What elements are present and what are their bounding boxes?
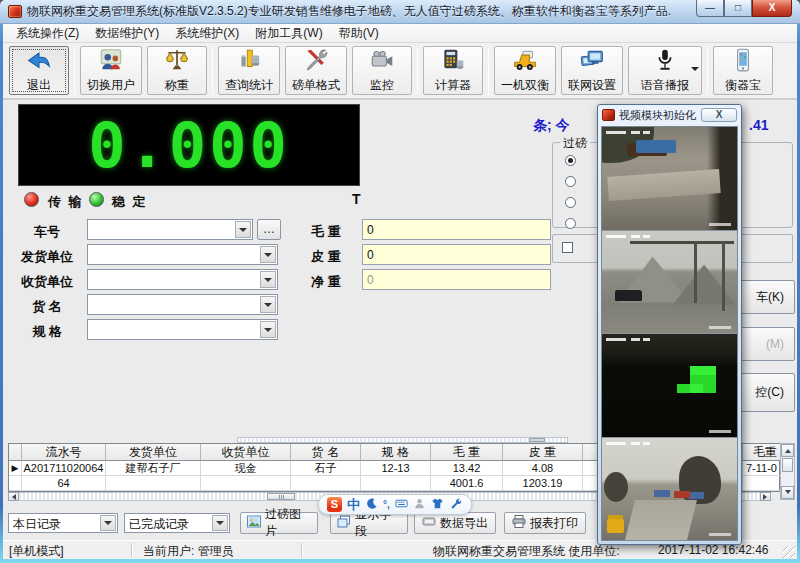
ime-language-toggle[interactable]: 中 bbox=[347, 497, 360, 512]
cell-tare-total[interactable]: 1203.19 bbox=[503, 476, 583, 491]
shipper-combobox[interactable] bbox=[87, 244, 278, 265]
ime-skin-icon[interactable] bbox=[431, 496, 444, 514]
col-gross-time-fragment[interactable]: 毛重 bbox=[743, 444, 781, 461]
query-statistics-button[interactable]: 查询统计 bbox=[218, 46, 280, 95]
scroll-down-icon[interactable] bbox=[781, 486, 794, 499]
col-serial[interactable]: 流水号 bbox=[22, 444, 106, 461]
horizontal-scroll-thumb[interactable] bbox=[267, 493, 295, 500]
cell-receiver[interactable]: 现金 bbox=[201, 461, 291, 476]
cell-empty bbox=[291, 476, 361, 491]
record-status-select[interactable]: 已完成记录 bbox=[124, 513, 230, 533]
weigh-mode-radio-3[interactable] bbox=[565, 197, 576, 208]
video-window-close-button[interactable]: X bbox=[701, 108, 737, 122]
cell-spec[interactable]: 12-13 bbox=[361, 461, 431, 476]
dropdown-arrow-icon[interactable] bbox=[260, 296, 276, 313]
cell-goods[interactable]: 石子 bbox=[291, 461, 361, 476]
col-spec[interactable]: 规 格 bbox=[361, 444, 431, 461]
network-settings-button[interactable]: 联网设置 bbox=[561, 46, 623, 95]
ime-keyboard-icon[interactable] bbox=[395, 496, 408, 514]
dropdown-arrow-icon[interactable] bbox=[212, 515, 228, 531]
dropdown-arrow-icon[interactable] bbox=[100, 515, 116, 531]
resize-grip[interactable] bbox=[783, 546, 795, 558]
video-feed-list bbox=[601, 126, 738, 541]
network-icon bbox=[579, 47, 605, 76]
ime-logo-icon[interactable]: S bbox=[327, 497, 342, 512]
receiver-combobox[interactable] bbox=[87, 269, 278, 290]
scale-treasure-button[interactable]: 衡器宝 bbox=[713, 46, 773, 95]
scale-icon bbox=[164, 47, 190, 76]
title-bar[interactable]: 物联网称重交易管理系统(标准版V2.3.5.2)专业研发销售维修电子地磅、无人值… bbox=[0, 0, 800, 24]
ime-moon-icon[interactable] bbox=[365, 496, 378, 514]
ime-wrench-icon[interactable] bbox=[449, 496, 462, 514]
goods-name-combobox[interactable] bbox=[87, 294, 278, 315]
cell-gross-total[interactable]: 4001.6 bbox=[431, 476, 503, 491]
dropdown-arrow-icon[interactable] bbox=[235, 221, 251, 238]
dropdown-arrow-icon[interactable] bbox=[260, 271, 276, 288]
scroll-left-icon[interactable] bbox=[8, 492, 19, 501]
option-checkbox[interactable] bbox=[562, 242, 573, 253]
weigh-mode-radio-1[interactable] bbox=[565, 155, 576, 166]
data-export-button[interactable]: 数据导出 bbox=[414, 512, 496, 534]
ticket-format-icon bbox=[303, 47, 329, 76]
col-goods[interactable]: 货 名 bbox=[291, 444, 361, 461]
weigh-mode-radio-4[interactable] bbox=[565, 218, 576, 229]
video-window-icon bbox=[602, 109, 615, 121]
video-window[interactable]: 视频模块初始化... X bbox=[597, 104, 742, 545]
cell-shipper[interactable]: 建帮石子厂 bbox=[106, 461, 201, 476]
vertical-scroll-thumb[interactable] bbox=[782, 458, 793, 472]
video-feed-2[interactable] bbox=[602, 231, 737, 334]
cell-count[interactable]: 64 bbox=[22, 476, 106, 491]
voice-dropdown-caret-icon[interactable] bbox=[691, 67, 699, 75]
show-fields-button[interactable]: 显示字段 bbox=[330, 512, 408, 534]
dropdown-arrow-icon[interactable] bbox=[260, 321, 276, 338]
voice-broadcast-button[interactable]: 语音播报 bbox=[628, 46, 702, 95]
col-shipper[interactable]: 发货单位 bbox=[106, 444, 201, 461]
menu-system-operation[interactable]: 系统操作(Z) bbox=[9, 24, 86, 43]
cell-serial[interactable]: A201711020064 bbox=[22, 461, 106, 476]
menu-system-maintenance[interactable]: 系统维护(X) bbox=[168, 24, 246, 43]
col-tare[interactable]: 皮 重 bbox=[503, 444, 583, 461]
cell-gross-time-fragment[interactable]: 7-11-0 bbox=[743, 461, 781, 476]
report-print-button[interactable]: 报表打印 bbox=[504, 512, 586, 534]
calculator-button[interactable]: 计算器 bbox=[423, 46, 483, 95]
maximize-button[interactable]: □ bbox=[724, 0, 752, 17]
spec-combobox[interactable] bbox=[87, 319, 278, 340]
menu-data-maintenance[interactable]: 数据维护(Y) bbox=[88, 24, 166, 43]
table-vertical-scrollbar[interactable] bbox=[780, 443, 795, 500]
menu-help[interactable]: 帮助(V) bbox=[332, 24, 386, 43]
phone-icon bbox=[730, 47, 756, 76]
video-feed-3[interactable] bbox=[602, 334, 737, 437]
col-gross[interactable]: 毛 重 bbox=[431, 444, 503, 461]
gross-weight-field[interactable]: 0 bbox=[362, 219, 551, 240]
switch-user-button[interactable]: 切换用户 bbox=[80, 46, 142, 95]
scroll-right-icon[interactable] bbox=[760, 492, 771, 501]
weigh-button[interactable]: 称重 bbox=[147, 46, 207, 95]
tare-weight-label: 皮 重 bbox=[298, 248, 354, 266]
col-receiver[interactable]: 收货单位 bbox=[201, 444, 291, 461]
ime-user-icon[interactable] bbox=[413, 496, 426, 514]
weigh-photos-button[interactable]: 过磅图片 bbox=[240, 512, 318, 534]
scroll-up-icon[interactable] bbox=[781, 444, 794, 457]
weigh-mode-radio-2[interactable] bbox=[565, 176, 576, 187]
monitor-button[interactable]: 监控 bbox=[352, 46, 412, 95]
dual-scale-button[interactable]: 一机双衡 bbox=[494, 46, 556, 95]
photo-icon bbox=[247, 515, 261, 531]
tare-weight-field[interactable]: 0 bbox=[362, 244, 551, 265]
exit-button[interactable]: 退出 bbox=[9, 46, 69, 95]
video-feed-1[interactable] bbox=[602, 127, 737, 230]
ticket-format-button[interactable]: 磅单格式 bbox=[285, 46, 347, 95]
close-button[interactable]: X bbox=[752, 0, 792, 17]
video-feed-4[interactable] bbox=[602, 438, 737, 541]
ime-punct-toggle[interactable]: °, bbox=[383, 497, 390, 512]
plate-number-combobox[interactable] bbox=[87, 219, 253, 240]
video-window-titlebar[interactable]: 视频模块初始化... X bbox=[598, 105, 741, 125]
cell-tare[interactable]: 4.08 bbox=[503, 461, 583, 476]
menu-extra-tools[interactable]: 附加工具(W) bbox=[248, 24, 329, 43]
ime-toolbar[interactable]: S 中 °, bbox=[318, 494, 472, 515]
minimize-button[interactable]: — bbox=[696, 0, 724, 17]
goods-name-label: 货 名 bbox=[10, 298, 84, 316]
dropdown-arrow-icon[interactable] bbox=[260, 246, 276, 263]
plate-browse-button[interactable]: … bbox=[257, 219, 281, 240]
cell-gross[interactable]: 13.42 bbox=[431, 461, 503, 476]
record-range-select[interactable]: 本日记录 bbox=[8, 513, 118, 533]
